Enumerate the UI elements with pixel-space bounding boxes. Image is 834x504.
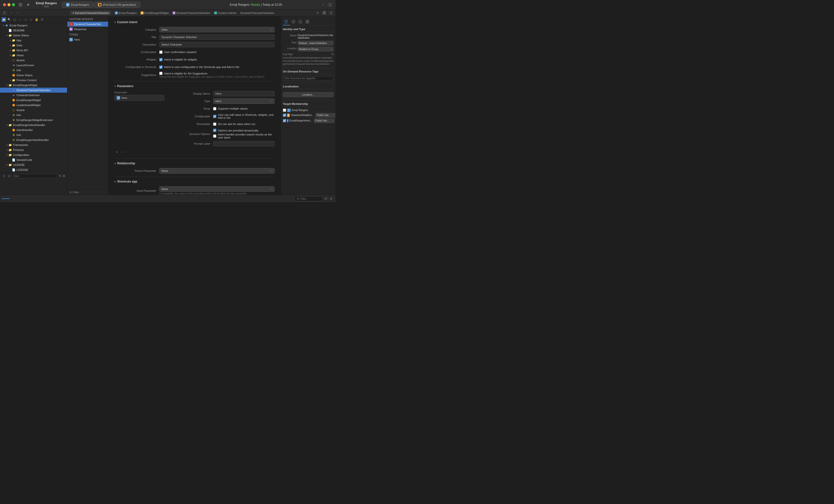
tree-item-game-status-folder[interactable]: ▾ 📁 Game Status	[0, 33, 67, 38]
input-param-select[interactable]: None	[159, 186, 275, 192]
close-button[interactable]	[3, 3, 6, 6]
title-input[interactable]	[159, 35, 275, 40]
tree-item-products[interactable]: ▾ 📁 Products	[0, 147, 67, 153]
remove-param-button[interactable]: −	[120, 150, 125, 154]
parent-param-select[interactable]: None	[159, 168, 275, 174]
nav-report-btn[interactable]: ☰	[40, 18, 44, 22]
tree-item-game-status-file[interactable]: ▾ 🔶 Game Status	[0, 73, 67, 78]
sidebar-toggle-button[interactable]	[18, 2, 23, 7]
dynamic-options-check1[interactable]	[213, 129, 216, 132]
suggestions-checkbox[interactable]	[159, 72, 162, 75]
list-view-button[interactable]	[322, 10, 327, 16]
nav-search-btn[interactable]: 🔍	[7, 18, 12, 22]
breadcrumb-item-final[interactable]: DynamicCharacterSelection	[240, 12, 274, 15]
array-checkbox[interactable]	[213, 107, 216, 110]
intent-item-hero[interactable]: T Hero	[67, 37, 108, 42]
minimize-button[interactable]	[7, 3, 10, 6]
breadcrumb-item-active[interactable]: ◈ DynamicCharacterSelection	[70, 11, 111, 15]
identity-type-select[interactable]: Default – Intent Definition	[298, 41, 333, 45]
bottom-toggle-btn[interactable]: ⊟	[324, 197, 328, 201]
breadcrumb-item-custom-intents[interactable]: I Custom Intents	[214, 12, 236, 15]
add-param-button[interactable]: +	[114, 150, 119, 154]
intent-item-dynamic[interactable]: I DynamicCharacterSel...	[67, 22, 108, 27]
widgets-checkbox[interactable]	[159, 58, 162, 61]
type-select[interactable]: Hero	[213, 98, 275, 104]
refresh-button[interactable]: ⟳	[315, 10, 321, 16]
full-path-copy-button[interactable]: ⧉	[332, 53, 333, 56]
tree-item-data[interactable]: ▾ 📁 Data	[0, 43, 67, 48]
tree-item-char-sel[interactable]: ▾ ◈ CharacterSelection	[0, 93, 67, 98]
split-view-button[interactable]	[328, 2, 332, 7]
nav-issue-btn[interactable]: ⚠	[23, 18, 28, 22]
tree-item-emoji-rangers[interactable]: ▾ ⬟ Emoji Rangers	[0, 23, 67, 28]
forward-button[interactable]: ›	[15, 10, 20, 16]
description-input[interactable]	[159, 42, 275, 47]
tree-item-license-file[interactable]: ▾ 📄 LICENSE	[0, 167, 67, 172]
run-button[interactable]	[26, 2, 31, 7]
emoji-intent-access-select[interactable]: Public Inte...	[314, 118, 334, 123]
tree-item-app[interactable]: ▾ 📁 App	[0, 38, 67, 43]
nav-debug-btn[interactable]: 🔒	[35, 18, 39, 22]
membership-emoji-rangers-checkbox[interactable]	[283, 109, 286, 112]
back-button[interactable]: ‹	[8, 10, 14, 16]
tree-item-configuration[interactable]: ▾ 📁 Configuration	[0, 153, 67, 157]
sort-icon[interactable]: ⇅	[59, 174, 61, 178]
tree-item-emoji-ranger-intent-handler[interactable]: ▾ ⚙ EmojiRangerIntentHandler	[0, 137, 67, 142]
tab-emoji-rangers[interactable]: E Emoji Rangers	[62, 2, 93, 8]
sidebar-add-button[interactable]: +	[2, 174, 6, 178]
tree-item-views[interactable]: ▾ 📁 Views	[0, 53, 67, 58]
options-icon[interactable]: ⊞	[63, 174, 65, 178]
section-chevron-rel-icon[interactable]: ▾	[114, 162, 116, 165]
on-demand-input[interactable]	[283, 76, 333, 81]
tree-item-emoji-ranger-widget-file[interactable]: ▾ 🔶 EmojiRangerWidget	[0, 98, 67, 102]
bottom-split-btn[interactable]: ⧉	[329, 197, 333, 201]
bottom-filter-input[interactable]	[300, 197, 320, 200]
tree-item-info-handler[interactable]: ▾ ⚙ Info	[0, 133, 67, 137]
tree-item-sample-code[interactable]: ▾ 📄 SampleCode	[0, 157, 67, 162]
tab-grid-icon[interactable]	[304, 18, 311, 25]
tree-item-emoji-ranger-widget[interactable]: ▾ 📁 EmojiRangerWidget	[0, 83, 67, 88]
breadcrumb-item-widget[interactable]: 📁 EmojiRangerWidget	[140, 12, 169, 15]
inspector-toggle-button[interactable]	[328, 10, 333, 16]
tree-item-dynamic-char-sel[interactable]: ▾ ◈ DynamicCharacterSelection	[0, 88, 67, 93]
tree-item-info[interactable]: ▾ ⚙ Info	[0, 68, 67, 73]
navigator-toggle-button[interactable]	[2, 10, 7, 16]
section-chevron-shortcuts-icon[interactable]: ▾	[114, 180, 116, 183]
configurable-checkbox[interactable]	[159, 66, 162, 69]
section-chevron-params-icon[interactable]: ▾	[114, 85, 116, 88]
tree-item-assets-widget[interactable]: ▾ ⬡ Assets	[0, 108, 67, 113]
add-tab-button[interactable]: +	[321, 2, 326, 7]
tree-item-frameworks[interactable]: ▾ 📁 Frameworks	[0, 142, 67, 147]
tree-item-launchscreen[interactable]: ▾ ✕ LaunchScreen	[0, 63, 67, 68]
filter-input[interactable]	[12, 174, 58, 178]
nav-symbol-btn[interactable]: { }	[13, 18, 17, 22]
section-chevron-icon[interactable]: ▾	[114, 21, 116, 24]
tree-item-license-folder[interactable]: ▾ 📁 LICENSE	[0, 162, 67, 167]
breadcrumb-item-project[interactable]: E Emoji Rangers	[115, 12, 137, 15]
tree-item-intent-handler-folder[interactable]: ▾ 📁 EmojiRangerIntentHandler	[0, 122, 67, 128]
tree-item-info-widget[interactable]: ▾ ⚙ Info	[0, 113, 67, 117]
membership-emoji-intent-checkbox[interactable]	[283, 119, 286, 122]
tab-file-icon[interactable]	[283, 18, 290, 25]
tree-item-assets[interactable]: ▾ ⬡ Assets	[0, 58, 67, 63]
param-item-hero[interactable]: T hero	[114, 95, 164, 101]
nav-find-btn[interactable]: ⌕	[18, 18, 22, 22]
char-detail-access-select[interactable]: Public Inte...	[315, 113, 335, 117]
breadcrumb-item-selection[interactable]: ◈ DynamicCharacterSelection	[173, 12, 210, 15]
param-configurable-checkbox[interactable]	[213, 115, 216, 118]
membership-char-detail-checkbox[interactable]	[283, 114, 286, 117]
tab-info-icon[interactable]: i	[297, 18, 304, 25]
fullscreen-button[interactable]	[12, 3, 15, 6]
resolvable-checkbox[interactable]	[213, 122, 216, 126]
tree-item-leaderboard-widget[interactable]: ▾ 🔶 LeaderboardWidget	[0, 102, 67, 108]
intent-item-response[interactable]: R Response	[67, 27, 108, 31]
nav-folder-btn[interactable]: 📁	[1, 18, 6, 22]
tree-item-intent-handler-file[interactable]: ▾ 🔶 IntentHandler	[0, 128, 67, 133]
identity-location-select[interactable]: Relative to Group	[298, 47, 333, 51]
tree-item-preview-content[interactable]: ▾ 📁 Preview Content	[0, 78, 67, 83]
localize-button[interactable]: Localize...	[283, 92, 333, 97]
dynamic-options-check2[interactable]	[213, 135, 216, 138]
display-name-input[interactable]	[213, 91, 275, 96]
tree-item-emoji-ranger-widget-ext[interactable]: ▾ ⚙ EmojiRangerWidgetExtension	[0, 117, 67, 122]
prompt-label-input[interactable]	[213, 141, 275, 146]
